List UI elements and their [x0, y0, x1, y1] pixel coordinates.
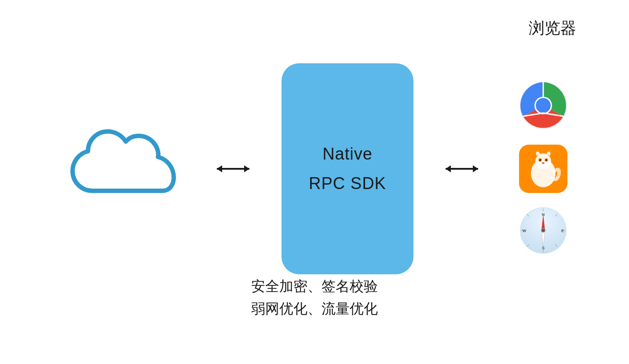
svg-point-8 [536, 98, 551, 113]
right-arrow-container [440, 160, 484, 178]
svg-point-13 [535, 153, 551, 169]
description-line1: 安全加密、签名校验 [251, 275, 378, 298]
safari-icon: N S W E [519, 206, 567, 256]
description: 安全加密、签名校验 弱网优化、流量优化 [251, 275, 378, 320]
diagram: Native RPC SDK [62, 63, 567, 274]
svg-point-18 [542, 162, 545, 164]
left-arrow-icon [213, 160, 253, 178]
svg-text:E: E [561, 229, 564, 233]
svg-marker-2 [244, 165, 249, 172]
sdk-box: Native RPC SDK [282, 63, 413, 274]
rpc-label: RPC SDK [309, 174, 386, 193]
chrome-icon [519, 81, 567, 131]
left-arrow-container [211, 160, 255, 178]
page-container: 浏览器 Native RPC SDK [0, 0, 629, 364]
svg-point-17 [545, 159, 547, 161]
uc-browser-icon [519, 145, 567, 193]
browser-icons: N S W E [519, 81, 567, 256]
svg-text:W: W [523, 229, 527, 233]
right-arrow-icon [442, 160, 482, 178]
svg-marker-1 [217, 165, 222, 172]
svg-marker-5 [473, 165, 478, 172]
svg-marker-4 [446, 165, 451, 172]
cloud-container [62, 129, 185, 208]
svg-point-35 [542, 229, 545, 232]
description-line2: 弱网优化、流量优化 [251, 298, 378, 320]
svg-point-16 [539, 159, 541, 161]
native-label: Native [322, 145, 373, 164]
cloud-icon [66, 129, 180, 208]
browser-label: 浏览器 [529, 18, 576, 39]
